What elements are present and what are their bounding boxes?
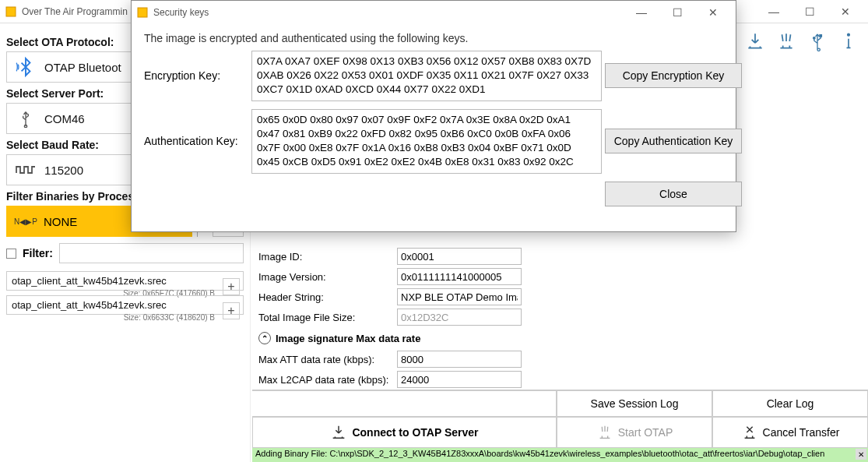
encryption-key-value[interactable]: 0X7A 0XA7 0XEF 0X98 0X13 0XB3 0X56 0X12 …	[251, 51, 602, 101]
max-att-label: Max ATT data rate (kbps):	[258, 354, 391, 365]
max-l2cap-input[interactable]	[397, 371, 522, 388]
save-session-log-button[interactable]: Save Session Log	[557, 390, 712, 417]
download-icon	[330, 424, 347, 441]
encryption-key-label: Encryption Key:	[144, 69, 248, 82]
clear-log-button[interactable]: Clear Log	[712, 390, 868, 417]
file-size: Size: 0x6633C (418620) B	[124, 313, 215, 322]
bottom-bar: Save Session Log Clear Log Connect to OT…	[252, 390, 868, 448]
svg-rect-0	[6, 7, 16, 16]
dialog-intro-text: The image is encrypted and authenticated…	[144, 32, 723, 44]
file-name: otap_client_att_kw45b41zevk.srec	[12, 275, 167, 287]
copy-authentication-key-button[interactable]: Copy Authentication Key	[605, 129, 742, 153]
main-window-title: Over The Air Programmin	[22, 6, 128, 17]
connect-otap-button[interactable]: Connect to OTAP Server	[252, 417, 557, 448]
max-att-input[interactable]	[397, 351, 522, 368]
add-file-button[interactable]: +	[223, 302, 240, 319]
main-close-button[interactable]: ✕	[828, 0, 863, 23]
main-maximize-button[interactable]: ☐	[792, 0, 828, 23]
baud-rate-value: 115200	[44, 164, 83, 177]
cancel-icon	[741, 424, 758, 441]
copy-encryption-key-button[interactable]: Copy Encryption Key	[605, 63, 742, 88]
total-size-label: Total Image File Size:	[258, 312, 391, 323]
dialog-maximize-button[interactable]: ☐	[659, 1, 695, 24]
dialog-minimize-button[interactable]: —	[624, 1, 659, 24]
filter-checkbox-label: Filter:	[23, 247, 53, 259]
dialog-icon	[136, 6, 149, 19]
authentication-key-value[interactable]: 0x65 0x0D 0x80 0x97 0x07 0x9F 0xF2 0x7A …	[251, 109, 602, 174]
header-string-label: Header String:	[258, 291, 391, 303]
collapse-icon: ⌃	[258, 332, 271, 344]
status-close-button[interactable]: ✕	[856, 449, 866, 460]
image-id-input[interactable]	[397, 248, 522, 265]
total-size-input	[397, 309, 522, 326]
image-id-label: Image ID:	[258, 251, 391, 263]
add-file-button[interactable]: +	[223, 278, 240, 295]
status-strip: Adding Binary File: C:\nxp\SDK_2_12_3_KW…	[252, 448, 868, 462]
wireless-icon	[596, 424, 613, 441]
header-string-input[interactable]	[397, 288, 522, 305]
spacer	[252, 390, 557, 417]
start-otap-button[interactable]: Start OTAP	[557, 417, 712, 448]
dialog-title: Security keys	[153, 7, 209, 18]
image-version-label: Image Version:	[258, 271, 391, 283]
file-name: otap_client_att_kw45b41zevk.srec	[12, 299, 167, 311]
nxp-logo: N◀▶P	[14, 217, 37, 226]
security-keys-dialog: Security keys — ☐ ✕ The image is encrypt…	[131, 0, 736, 232]
filter-input[interactable]	[59, 243, 244, 263]
ota-protocol-value: OTAP Bluetoot	[44, 61, 121, 74]
squarewave-icon	[15, 162, 37, 178]
authentication-key-label: Authentication Key:	[144, 135, 248, 147]
status-text: Adding Binary File: C:\nxp\SDK_2_12_3_KW…	[255, 449, 824, 458]
file-item[interactable]: otap_client_att_kw45b41zevk.srec Size: 0…	[6, 295, 244, 315]
cancel-transfer-button[interactable]: Cancel Transfer	[712, 417, 868, 448]
image-signature-section[interactable]: ⌃ Image signature Max data rate	[258, 332, 860, 344]
dialog-titlebar: Security keys — ☐ ✕	[132, 1, 736, 24]
processor-type-value: NONE	[44, 215, 77, 228]
filter-checkbox[interactable]	[6, 249, 16, 259]
close-button[interactable]: Close	[605, 182, 742, 206]
image-version-input[interactable]	[397, 268, 522, 285]
usb-small-icon	[15, 109, 37, 128]
server-port-value: COM46	[44, 112, 85, 125]
file-item[interactable]: otap_client_att_kw45b41zevk.srec Size: 0…	[6, 271, 244, 291]
main-minimize-button[interactable]: —	[756, 0, 792, 23]
app-icon	[5, 5, 17, 18]
svg-rect-6	[138, 8, 147, 17]
bluetooth-icon	[15, 56, 37, 78]
max-l2cap-label: Max L2CAP data rate (kbps):	[258, 374, 391, 386]
dialog-close-icon[interactable]: ✕	[695, 1, 731, 24]
image-signature-label: Image signature Max data rate	[276, 333, 420, 344]
